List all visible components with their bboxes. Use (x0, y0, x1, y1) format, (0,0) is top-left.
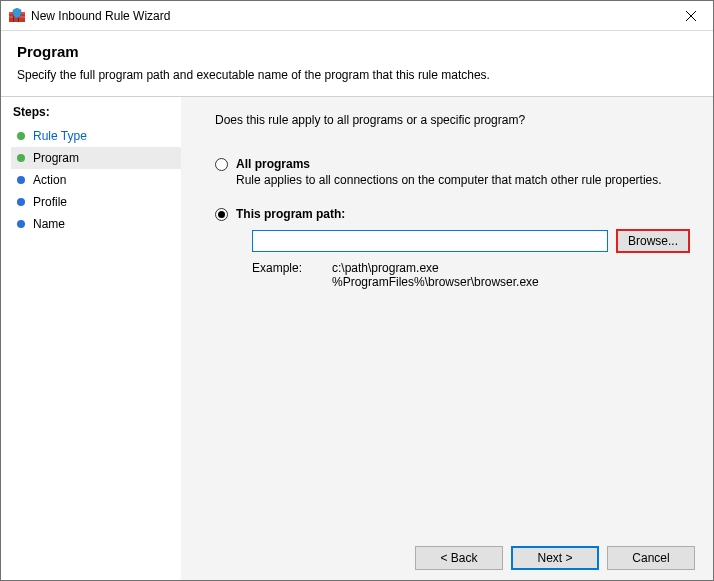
step-bullet-icon (17, 220, 25, 228)
steps-title: Steps: (13, 105, 181, 119)
option-label: All programs (236, 157, 310, 171)
page-subtitle: Specify the full program path and execut… (17, 68, 697, 82)
option-desc: Rule applies to all connections on the c… (236, 173, 695, 187)
close-button[interactable] (668, 1, 713, 30)
step-label: Program (33, 151, 79, 165)
radio-icon (215, 158, 228, 171)
back-button[interactable]: < Back (415, 546, 503, 570)
example-label: Example: (252, 261, 332, 289)
step-bullet-icon (17, 154, 25, 162)
step-program[interactable]: Program (11, 147, 181, 169)
program-path-row: Browse... (252, 229, 695, 253)
step-name[interactable]: Name (11, 213, 181, 235)
example-row: Example: c:\path\program.exe %ProgramFil… (252, 261, 695, 289)
wizard-window: New Inbound Rule Wizard Program Specify … (0, 0, 714, 581)
wizard-footer: < Back Next > Cancel (199, 536, 695, 570)
question-text: Does this rule apply to all programs or … (215, 113, 695, 127)
next-button[interactable]: Next > (511, 546, 599, 570)
titlebar: New Inbound Rule Wizard (1, 1, 713, 31)
step-bullet-icon (17, 176, 25, 184)
step-label: Name (33, 217, 65, 231)
wizard-header: Program Specify the full program path an… (1, 31, 713, 92)
radio-this-program-path[interactable]: This program path: (215, 207, 695, 221)
example-text: c:\path\program.exe %ProgramFiles%\brows… (332, 261, 539, 289)
step-profile[interactable]: Profile (11, 191, 181, 213)
radio-icon (215, 208, 228, 221)
option-label: This program path: (236, 207, 345, 221)
option-this-program-path: This program path: Browse... Example: c:… (215, 207, 695, 289)
page-title: Program (17, 43, 697, 60)
step-rule-type[interactable]: Rule Type (11, 125, 181, 147)
step-label: Profile (33, 195, 67, 209)
step-action[interactable]: Action (11, 169, 181, 191)
step-label: Action (33, 173, 66, 187)
step-bullet-icon (17, 132, 25, 140)
step-label: Rule Type (33, 129, 87, 143)
step-bullet-icon (17, 198, 25, 206)
main-panel: Does this rule apply to all programs or … (181, 97, 713, 580)
cancel-button[interactable]: Cancel (607, 546, 695, 570)
steps-sidebar: Steps: Rule Type Program Action Profile … (1, 97, 181, 580)
firewall-icon (9, 8, 25, 24)
radio-all-programs[interactable]: All programs (215, 157, 695, 171)
option-all-programs: All programs Rule applies to all connect… (215, 157, 695, 187)
browse-button[interactable]: Browse... (616, 229, 690, 253)
window-title: New Inbound Rule Wizard (31, 9, 668, 23)
program-path-input[interactable] (252, 230, 608, 252)
wizard-body: Steps: Rule Type Program Action Profile … (1, 97, 713, 580)
